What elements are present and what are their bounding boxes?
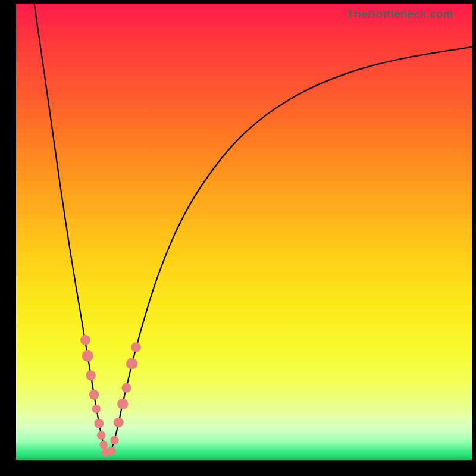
- bead-marker: [99, 441, 108, 449]
- curve-right-branch: [110, 47, 472, 455]
- bead-marker: [117, 399, 128, 409]
- bead-marker: [114, 418, 124, 428]
- bead-marker: [131, 342, 141, 352]
- bead-marker: [92, 405, 101, 414]
- curve-left-branch: [35, 4, 107, 455]
- bead-marker: [94, 419, 104, 428]
- bead-marker: [126, 358, 137, 369]
- plot-area: TheBottleneck.com: [16, 4, 472, 460]
- bead-cluster: [80, 335, 141, 457]
- bead-marker: [89, 390, 99, 400]
- bead-marker: [110, 436, 119, 445]
- bead-marker: [80, 335, 90, 345]
- bead-marker: [107, 447, 116, 456]
- chart-frame: TheBottleneck.com: [0, 0, 476, 476]
- bead-marker: [82, 350, 93, 362]
- bead-marker: [121, 383, 131, 393]
- bead-marker: [97, 431, 106, 440]
- bead-marker: [86, 371, 96, 381]
- curve-layer: [16, 4, 472, 460]
